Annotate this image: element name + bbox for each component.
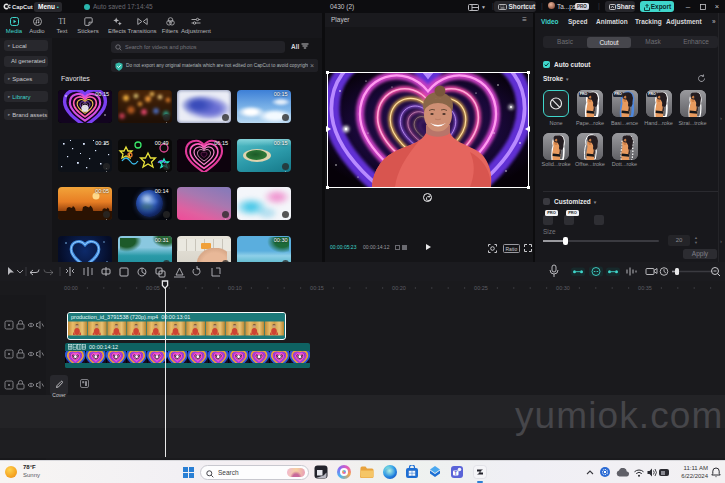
- svg-text:00:30: 00:30: [556, 285, 570, 291]
- svg-text:00:00: 00:00: [64, 285, 78, 291]
- svg-text:00:20: 00:20: [392, 285, 406, 291]
- svg-text:T: T: [454, 471, 457, 476]
- svg-text:00:35: 00:35: [638, 285, 652, 291]
- svg-text:00:15: 00:15: [310, 285, 324, 291]
- svg-text:00:25: 00:25: [474, 285, 488, 291]
- svg-text:00:05: 00:05: [146, 285, 160, 291]
- svg-text:00:10: 00:10: [228, 285, 242, 291]
